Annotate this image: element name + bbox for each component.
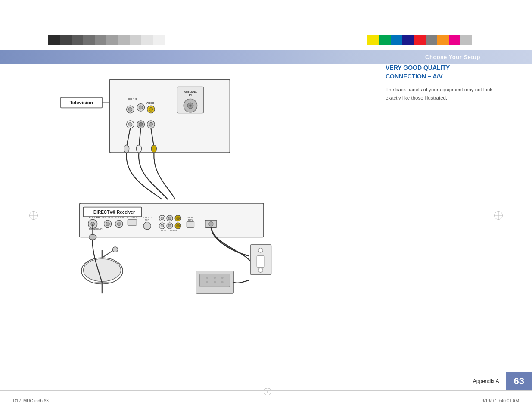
- header-banner: Choose Your Setup: [0, 50, 532, 64]
- svg-text:SATELLITE IN: SATELLITE IN: [89, 228, 103, 230]
- color-bar-right: [367, 35, 379, 45]
- color-bar-left: [48, 35, 60, 45]
- svg-rect-44: [128, 219, 137, 225]
- color-bar-left: [60, 35, 72, 45]
- color-bar-right: [472, 35, 484, 45]
- svg-rect-64: [187, 222, 194, 228]
- svg-point-27: [124, 145, 129, 153]
- svg-text:OUT TO TV: OUT TO TV: [102, 217, 113, 219]
- svg-text:JACK: JACK: [188, 219, 193, 221]
- svg-point-80: [83, 259, 121, 281]
- svg-point-15: [139, 122, 143, 126]
- svg-point-6: [128, 107, 132, 111]
- svg-point-11: [149, 107, 153, 111]
- svg-text:INPUT: INPUT: [128, 97, 138, 100]
- left-registration-mark: [29, 211, 38, 220]
- header-title: Choose Your Setup: [425, 54, 480, 60]
- svg-point-8: [139, 106, 143, 109]
- svg-point-86: [89, 234, 96, 240]
- right-panel: VERY GOOD QUALITY CONNECTION – A/V The b…: [386, 64, 498, 102]
- color-bar-left: [118, 35, 130, 45]
- svg-text:GROUND: GROUND: [89, 216, 100, 219]
- svg-text:Television: Television: [70, 100, 93, 105]
- svg-point-78: [221, 281, 223, 283]
- svg-point-39: [106, 222, 110, 226]
- color-bar-left: [130, 35, 141, 45]
- color-bars-right: [367, 35, 484, 45]
- svg-point-85: [112, 247, 118, 252]
- svg-point-29: [151, 145, 156, 153]
- svg-point-42: [117, 222, 121, 226]
- svg-point-76: [206, 281, 208, 283]
- svg-text:IN: IN: [189, 93, 192, 96]
- page-number-area: Appendix A 63: [466, 372, 532, 390]
- svg-point-55: [161, 224, 164, 227]
- svg-point-77: [214, 281, 216, 283]
- svg-text:PHONE: PHONE: [187, 217, 194, 219]
- color-bar-left: [106, 35, 118, 45]
- footer: D12_MUG.indb 63 9/19/07 9:40:01 AM: [0, 390, 532, 411]
- svg-point-28: [136, 145, 141, 153]
- svg-text:DIRECTV® Receiver: DIRECTV® Receiver: [93, 210, 135, 215]
- color-bars-left: [48, 35, 165, 45]
- color-bar-left: [141, 35, 153, 45]
- svg-text:CHANNEL: CHANNEL: [127, 217, 137, 219]
- quality-description: The back panels of your equipment may no…: [386, 86, 498, 102]
- svg-rect-72: [200, 274, 230, 287]
- svg-point-13: [128, 122, 132, 126]
- svg-point-74: [214, 277, 216, 279]
- svg-point-75: [221, 277, 223, 279]
- svg-text:VIDEO: VIDEO: [161, 230, 167, 232]
- appendix-label: Appendix A: [466, 375, 506, 388]
- svg-text:S-VIDEO: S-VIDEO: [143, 217, 152, 219]
- color-bar-left: [72, 35, 83, 45]
- svg-line-84: [102, 250, 113, 258]
- svg-point-68: [258, 248, 263, 252]
- main-diagram: Television INPUT VIDEO ANTENNA IN DIRECT…: [34, 64, 358, 365]
- color-bar-right: [437, 35, 449, 45]
- svg-point-53: [177, 217, 180, 220]
- svg-point-49: [161, 217, 164, 220]
- color-bar-right: [379, 35, 391, 45]
- svg-text:VIDEO: VIDEO: [146, 101, 154, 104]
- svg-text:OUT: OUT: [145, 219, 149, 221]
- quality-title: VERY GOOD QUALITY CONNECTION – A/V: [386, 64, 498, 81]
- page-number: 63: [506, 372, 532, 390]
- svg-point-70: [258, 268, 263, 272]
- right-registration-mark: [494, 211, 503, 220]
- svg-point-17: [149, 122, 153, 126]
- svg-point-57: [168, 224, 171, 227]
- color-bar-right: [449, 35, 460, 45]
- svg-point-59: [177, 224, 180, 227]
- color-bar-right: [402, 35, 414, 45]
- svg-rect-69: [257, 256, 264, 267]
- svg-point-73: [206, 277, 208, 279]
- color-bar-left: [153, 35, 165, 45]
- color-bar-right: [391, 35, 402, 45]
- color-bar-left: [83, 35, 95, 45]
- color-bar-right: [460, 35, 472, 45]
- svg-point-23: [189, 104, 191, 106]
- svg-point-66: [209, 222, 213, 226]
- color-bar-right: [414, 35, 426, 45]
- footer-timestamp: 9/19/07 9:40:01 AM: [482, 399, 519, 403]
- svg-text:ANTENNA: ANTENNA: [184, 90, 197, 93]
- svg-text:AUDIO: AUDIO: [170, 230, 177, 232]
- svg-point-47: [143, 222, 151, 229]
- color-bar-left: [95, 35, 106, 45]
- svg-text:OFF AIR IN: OFF AIR IN: [114, 217, 124, 219]
- footer-file-info: D12_MUG.indb 63: [13, 399, 49, 403]
- color-bar-right: [426, 35, 437, 45]
- svg-point-51: [168, 217, 171, 220]
